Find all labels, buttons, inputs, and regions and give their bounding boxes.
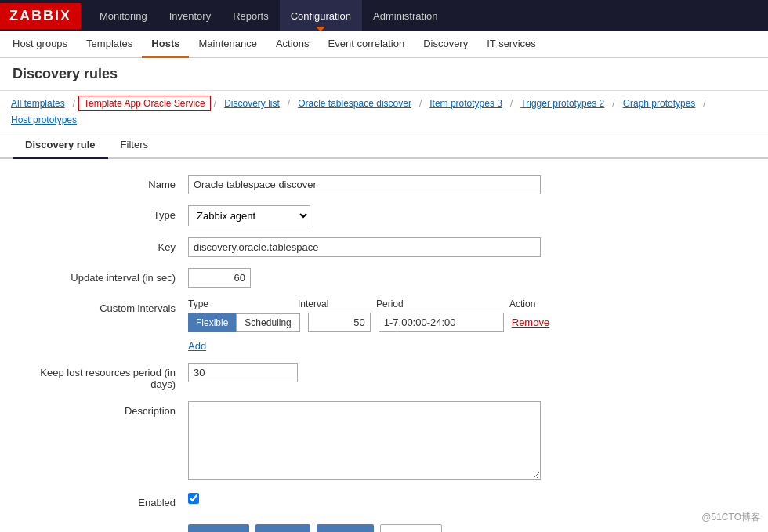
tab-filters[interactable]: Filters: [108, 132, 161, 159]
field-type-value: Zabbix agent Zabbix agent (active) Simpl…: [188, 205, 752, 226]
field-name-value: [188, 175, 752, 194]
form-row-keep-lost: Keep lost resources period (in days): [0, 363, 768, 390]
action-buttons: Update Clone Delete Cancel: [0, 524, 768, 532]
field-keep-lost: [188, 363, 752, 382]
top-nav-items: Monitoring Inventory Reports Configurati…: [89, 0, 448, 31]
ci-add-link[interactable]: Add: [188, 340, 206, 352]
breadcrumb-item-prototypes[interactable]: Item prototypes 3: [425, 96, 507, 110]
ci-add-container: Add: [188, 337, 752, 352]
subnav-event-correlation[interactable]: Event correlation: [319, 31, 415, 58]
label-custom-intervals: Custom intervals: [16, 299, 188, 314]
breadcrumb-sep-3: /: [288, 98, 290, 109]
field-custom-intervals: Type Interval Period Action Flexible Sch…: [188, 299, 752, 352]
top-navigation: ZABBIX Monitoring Inventory Reports Conf…: [0, 0, 768, 31]
form-row-update: Update interval (in sec): [0, 268, 768, 288]
subnav-hosts[interactable]: Hosts: [142, 31, 189, 58]
field-enabled: [188, 493, 752, 506]
breadcrumb-template-app[interactable]: Template App Oracle Service: [78, 96, 211, 111]
input-keep-lost[interactable]: [188, 363, 298, 382]
form-row-enabled: Enabled: [0, 493, 768, 508]
breadcrumb-all-templates[interactable]: All templates: [6, 96, 70, 110]
checkbox-enabled[interactable]: [188, 493, 199, 504]
ci-header-action: Action: [509, 299, 564, 309]
btn-update[interactable]: Update: [188, 524, 249, 532]
select-type[interactable]: Zabbix agent Zabbix agent (active) Simpl…: [188, 205, 310, 226]
label-update: Update interval (in sec): [16, 268, 188, 284]
input-description[interactable]: [188, 401, 541, 480]
form-row-custom-intervals: Custom intervals Type Interval Period Ac…: [0, 299, 768, 352]
field-key-value: [188, 237, 752, 257]
form-tabs: Discovery rule Filters: [0, 132, 768, 159]
breadcrumb-host-prototypes[interactable]: Host prototypes: [6, 113, 82, 127]
breadcrumb-graph-prototypes[interactable]: Graph prototypes: [618, 96, 701, 110]
nav-reports[interactable]: Reports: [222, 0, 280, 31]
sub-navigation: Host groups Templates Hosts Maintenance …: [0, 31, 768, 58]
btn-scheduling[interactable]: Scheduling: [236, 313, 299, 332]
breadcrumb-trigger-prototypes[interactable]: Trigger prototypes 2: [516, 96, 609, 110]
field-description: [188, 401, 752, 482]
main-content: Name Type Zabbix agent Zabbix agent (act…: [0, 159, 768, 532]
ci-headers: Type Interval Period Action: [188, 299, 752, 309]
input-name[interactable]: [188, 175, 541, 194]
ci-header-interval: Interval: [298, 299, 368, 309]
logo: ZABBIX: [0, 3, 81, 29]
label-key: Key: [16, 237, 188, 253]
breadcrumb-oracle-tablespace[interactable]: Oracle tablespace discover: [293, 96, 416, 110]
label-description: Description: [16, 401, 188, 417]
form-row-name: Name: [0, 175, 768, 194]
input-ci-interval[interactable]: [308, 313, 371, 332]
label-type: Type: [16, 205, 188, 221]
breadcrumb-sep-7: /: [703, 98, 705, 109]
btn-flexible[interactable]: Flexible: [188, 313, 236, 332]
breadcrumb: All templates / Template App Oracle Serv…: [0, 91, 768, 132]
btn-cancel[interactable]: Cancel: [380, 524, 441, 532]
input-update-interval[interactable]: [188, 268, 251, 288]
ci-type-buttons: Flexible Scheduling: [188, 313, 300, 332]
ci-row-1: Flexible Scheduling Remove: [188, 313, 752, 332]
subnav-discovery[interactable]: Discovery: [414, 31, 477, 58]
nav-inventory[interactable]: Inventory: [158, 0, 222, 31]
btn-delete[interactable]: Delete: [317, 524, 375, 532]
label-keep-lost: Keep lost resources period (in days): [16, 363, 188, 390]
form-row-type: Type Zabbix agent Zabbix agent (active) …: [0, 205, 768, 226]
label-name: Name: [16, 175, 188, 190]
input-ci-period[interactable]: [379, 313, 504, 332]
watermark: @51CTO博客: [701, 511, 760, 524]
subnav-it-services[interactable]: IT services: [477, 31, 545, 58]
ci-header-period: Period: [376, 299, 502, 309]
ci-remove-link[interactable]: Remove: [512, 317, 549, 328]
nav-administration[interactable]: Administration: [362, 0, 448, 31]
subnav-templates[interactable]: Templates: [77, 31, 142, 58]
breadcrumb-sep-6: /: [612, 98, 614, 109]
breadcrumb-sep-4: /: [419, 98, 422, 109]
label-enabled: Enabled: [16, 493, 188, 508]
form-row-key: Key: [0, 237, 768, 257]
subnav-maintenance[interactable]: Maintenance: [189, 31, 266, 58]
ci-header-type: Type: [188, 299, 290, 309]
btn-clone[interactable]: Clone: [255, 524, 310, 532]
nav-monitoring[interactable]: Monitoring: [89, 0, 158, 31]
breadcrumb-discovery-list[interactable]: Discovery list: [219, 96, 284, 110]
subnav-host-groups[interactable]: Host groups: [3, 31, 77, 58]
breadcrumb-sep-5: /: [510, 98, 513, 109]
tab-discovery-rule[interactable]: Discovery rule: [13, 132, 108, 159]
field-update-value: [188, 268, 752, 288]
breadcrumb-sep-1: /: [73, 98, 75, 109]
breadcrumb-sep-2: /: [214, 98, 216, 109]
page-title: Discovery rules: [13, 66, 118, 81]
subnav-actions[interactable]: Actions: [266, 31, 319, 58]
page-title-bar: Discovery rules: [0, 58, 768, 91]
form-row-description: Description: [0, 401, 768, 482]
input-key[interactable]: [188, 237, 541, 257]
nav-configuration[interactable]: Configuration: [280, 0, 362, 31]
